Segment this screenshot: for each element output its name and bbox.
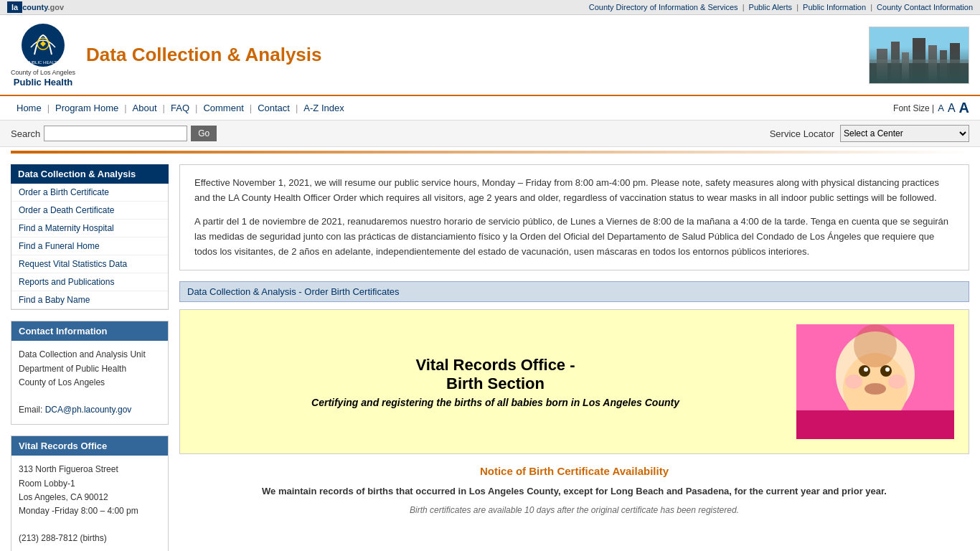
contact-header: Contact Information [11, 321, 168, 341]
section-title-bar: Data Collection & Analysis - Order Birth… [179, 281, 969, 302]
search-bar: Search Go Service Locator Select a Cente… [0, 121, 980, 147]
svg-rect-23 [796, 410, 954, 439]
public-health-label: Public Health [11, 77, 75, 88]
nav-about[interactable]: About [127, 103, 163, 113]
sidebar-item-order-death[interactable]: Order a Death Certificate [11, 202, 168, 220]
search-left: Search Go [11, 126, 217, 141]
logo-text: County of Los Angeles Public Health [11, 69, 75, 88]
vital-records-header: Vital Records Office [11, 436, 168, 456]
svg-point-24 [854, 324, 897, 367]
vital-line1: 313 North Figueroa Street [19, 463, 161, 476]
vital-line3: Los Angeles, CA 90012 [19, 491, 161, 504]
font-size-large[interactable]: A [959, 100, 969, 116]
search-input[interactable] [44, 126, 187, 141]
header-right [869, 27, 969, 84]
contact-email-label: Email: [19, 405, 45, 415]
font-size-area: Font Size | A A A [893, 100, 969, 116]
sidebar-item-maternity[interactable]: Find a Maternity Hospital [11, 220, 168, 237]
more-text: Birth certificates are available 10 days… [179, 505, 969, 515]
service-locator-select[interactable]: Select a CenterCenter 1Center 2Center 3 [840, 125, 969, 142]
contact-line3: County of Los Angeles [19, 376, 161, 390]
notice-box: Effective November 1, 2021, we will resu… [179, 164, 969, 270]
contact-section: Contact Information Data Collection and … [11, 321, 169, 425]
county-directory-link[interactable]: County Directory of Information & Servic… [589, 3, 738, 11]
sidebar-menu-section: Data Collection & Analysis Order a Birth… [11, 164, 169, 310]
sidebar-item-baby-name[interactable]: Find a Baby Name [11, 291, 168, 309]
notice-text-en: Effective November 1, 2021, we will resu… [194, 176, 954, 206]
sidebar-menu-header: Data Collection & Analysis [11, 164, 169, 184]
main-layout: Data Collection & Analysis Order a Birth… [0, 157, 980, 551]
vital-records-box: Vital Records Office - Birth Section Cer… [179, 309, 969, 454]
svg-text:PUBLIC HEALTH: PUBLIC HEALTH [26, 60, 60, 65]
search-label: Search [11, 128, 40, 139]
sidebar-menu: Order a Birth Certificate Order a Death … [11, 184, 169, 310]
public-alerts-link[interactable]: Public Alerts [749, 3, 793, 11]
sidebar-item-reports[interactable]: Reports and Publications [11, 273, 168, 291]
vital-records-text: Vital Records Office - Birth Section Cer… [194, 356, 796, 408]
sidebar-item-funeral[interactable]: Find a Funeral Home [11, 237, 168, 255]
svg-rect-7 [902, 52, 909, 84]
main-content: Effective November 1, 2021, we will resu… [179, 164, 969, 515]
vital-records-baby-image [796, 324, 954, 439]
nav-links: Home | Program Home | About | FAQ | Comm… [11, 103, 350, 113]
sidebar: Data Collection & Analysis Order a Birth… [11, 164, 169, 551]
nav-faq[interactable]: FAQ [165, 103, 195, 113]
nav-program-home[interactable]: Program Home [50, 103, 124, 113]
nav-az-index[interactable]: A-Z Index [298, 103, 349, 113]
vital-line4: Monday -Friday 8:00 – 4:00 pm [19, 504, 161, 518]
sidebar-item-vital-stats[interactable]: Request Vital Statistics Data [11, 255, 168, 273]
city-skyline-svg [870, 27, 969, 84]
sidebar-item-order-birth[interactable]: Order a Birth Certificate [11, 184, 168, 202]
city-skyline-image [869, 27, 969, 84]
county-contact-link[interactable]: County Contact Information [877, 3, 973, 11]
notice-text-es: A partir del 1 de noviembre de 2021, rea… [194, 215, 954, 259]
svg-rect-4 [870, 63, 969, 84]
contact-email-row: Email: DCA@ph.lacounty.gov [19, 403, 161, 417]
svg-rect-9 [928, 45, 937, 84]
font-size-small[interactable]: A [938, 103, 944, 113]
lacounty-logo: lacounty.gov [7, 2, 64, 12]
vital-phone: (213) 288-7812 (births) [19, 532, 161, 545]
font-size-medium[interactable]: A [948, 102, 956, 115]
vital-line2: Room Lobby-1 [19, 477, 161, 491]
svg-rect-6 [891, 42, 900, 84]
header-left: PUBLIC HEALTH County of Los Angeles Publ… [11, 22, 322, 88]
nav-comment[interactable]: Comment [197, 103, 249, 113]
baby-svg [796, 324, 954, 439]
service-locator: Service Locator Select a CenterCenter 1C… [770, 125, 969, 142]
nav-bar: Home | Program Home | About | FAQ | Comm… [0, 96, 980, 121]
contact-line2: Department of Public Health [19, 362, 161, 376]
site-title: Data Collection & Analysis [86, 44, 321, 66]
svg-rect-10 [940, 50, 947, 84]
public-information-link[interactable]: Public Information [803, 3, 866, 11]
svg-rect-5 [877, 49, 887, 84]
logo-area: PUBLIC HEALTH County of Los Angeles Publ… [11, 22, 75, 88]
vital-section: Vital Records Office 313 North Figueroa … [11, 435, 169, 551]
vital-records-subtitle: Certifying and registering the births of… [194, 397, 796, 408]
svg-point-20 [864, 383, 886, 395]
svg-rect-3 [870, 27, 969, 84]
contact-email-link[interactable]: DCA@ph.lacounty.gov [45, 405, 132, 415]
go-button[interactable]: Go [191, 126, 217, 141]
main-body-text: We maintain records of births that occur… [179, 484, 969, 499]
service-locator-label: Service Locator [770, 128, 834, 139]
divider [11, 151, 969, 154]
header: PUBLIC HEALTH County of Los Angeles Publ… [0, 15, 980, 96]
svg-point-18 [864, 367, 868, 372]
vital-records-title: Vital Records Office - Birth Section [194, 356, 796, 393]
top-bar: lacounty.gov County Directory of Informa… [0, 0, 980, 15]
top-links: County Directory of Information & Servic… [589, 3, 973, 11]
birth-cert-notice-link[interactable]: Notice of Birth Certificate Availability [480, 465, 669, 477]
nav-home[interactable]: Home [11, 103, 47, 113]
contact-body: Data Collection and Analysis Unit Depart… [11, 341, 168, 424]
contact-line1: Data Collection and Analysis Unit [19, 348, 161, 362]
ph-logo-icon: PUBLIC HEALTH [20, 22, 67, 69]
svg-rect-11 [950, 43, 960, 84]
svg-rect-12 [870, 60, 969, 63]
nav-contact[interactable]: Contact [252, 103, 296, 113]
svg-point-21 [845, 375, 862, 389]
svg-point-19 [885, 367, 890, 372]
svg-point-22 [888, 375, 905, 389]
birth-cert-notice: Notice of Birth Certificate Availability [179, 465, 969, 477]
vital-body: 313 North Figueroa Street Room Lobby-1 L… [11, 456, 168, 551]
